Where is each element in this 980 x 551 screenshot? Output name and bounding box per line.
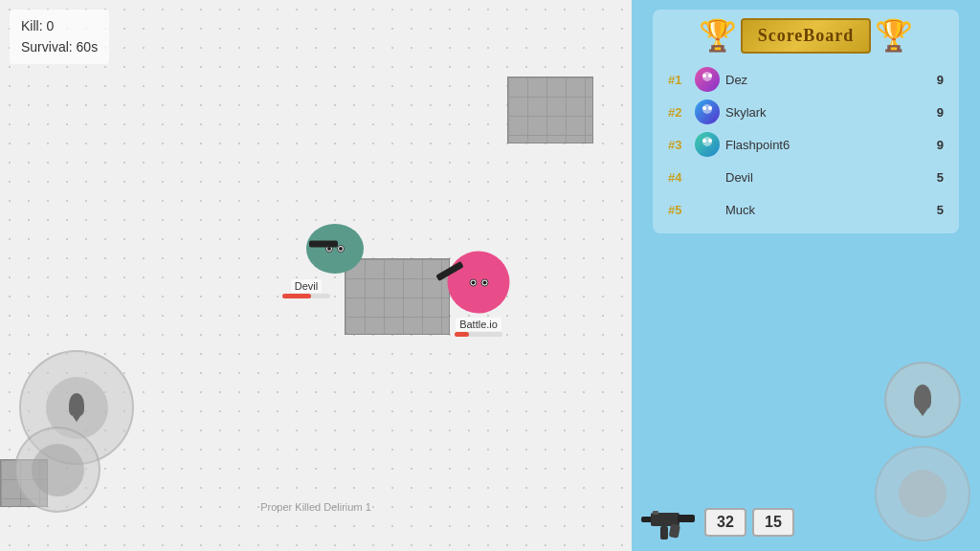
current-ammo: 32	[704, 508, 746, 537]
avatar-1	[695, 67, 720, 92]
assault-rifle-icon	[641, 503, 699, 541]
svg-point-2	[708, 74, 712, 77]
reserve-ammo: 15	[752, 508, 794, 537]
score-row-4: #4 Devil 5	[660, 161, 951, 193]
score-val-5: 5	[937, 203, 944, 217]
devil-name: Devil	[291, 279, 322, 293]
score-val-1: 9	[937, 73, 944, 87]
avatar-3	[695, 132, 720, 157]
player-name-3: Flashpoint6	[725, 138, 937, 152]
battleio-health-bg	[455, 332, 502, 337]
score-row-2: #2 Skylark 9	[660, 96, 951, 128]
score-val-2: 9	[937, 105, 944, 120]
devil-health	[282, 294, 311, 298]
rank-2: #2	[668, 105, 695, 120]
player-devil: Devil	[278, 220, 335, 298]
svg-rect-12	[678, 515, 695, 522]
trophy-right-icon: 🏆	[875, 17, 913, 54]
svg-point-5	[708, 106, 712, 110]
rank-3: #3	[668, 138, 695, 152]
svg-rect-13	[660, 526, 668, 540]
score-row-5: #5 Muck 5	[660, 193, 951, 226]
rank-1: #1	[668, 73, 695, 87]
battleio-name: Battle.io	[456, 318, 501, 331]
avatar-4	[695, 165, 720, 189]
svg-rect-10	[651, 513, 679, 526]
right-move-knob	[899, 470, 947, 518]
player-name-4: Devil	[725, 170, 937, 185]
scoreboard-banner: 🏆 ScoreBoard 🏆	[660, 17, 951, 54]
avatar-2	[695, 99, 720, 124]
stone-block-1	[507, 77, 593, 143]
weapon-area: 32 15	[641, 503, 794, 541]
devil-health-bg	[282, 294, 330, 298]
right-shoot-button[interactable]	[884, 362, 961, 438]
rank-4: #4	[668, 170, 695, 185]
player-name-1: Dez	[725, 73, 937, 87]
svg-point-4	[702, 106, 706, 110]
score-val-3: 9	[937, 138, 944, 152]
battleio-eyes	[469, 278, 488, 286]
avatar-5	[695, 197, 720, 222]
right-joysticks[interactable]	[875, 362, 970, 541]
shoot-joystick-knob	[32, 444, 84, 496]
player-battleio: Battle.io	[445, 249, 512, 337]
score-val-4: 5	[937, 170, 944, 185]
right-move-button[interactable]	[875, 446, 970, 541]
scoreboard: 🏆 ScoreBoard 🏆 #1 Dez 9 #2	[653, 10, 959, 233]
player-name-5: Muck	[725, 203, 937, 217]
svg-point-1	[702, 74, 706, 77]
battleio-health	[455, 332, 469, 337]
svg-point-8	[708, 139, 712, 143]
right-panel: 🏆 ScoreBoard 🏆 #1 Dez 9 #2	[632, 0, 980, 551]
bottom-controls: 32 15	[632, 362, 980, 541]
svg-point-7	[702, 139, 706, 143]
score-row-3: #3 Flashpoint6 9	[660, 128, 951, 161]
shoot-joystick[interactable]	[14, 427, 100, 513]
svg-rect-14	[653, 511, 658, 515]
score-row-1: #1 Dez 9	[660, 63, 951, 96]
game-area: Kill: 0Survival: 60s	[0, 0, 632, 551]
scoreboard-title: ScoreBoard	[741, 18, 872, 54]
trophy-left-icon: 🏆	[699, 17, 737, 54]
score-rows: #1 Dez 9 #2	[660, 63, 951, 226]
player-name-2: Skylark	[725, 105, 937, 120]
kill-notification: Proper Killed Delirium 1	[260, 501, 371, 513]
stone-block-2	[345, 258, 450, 335]
hud-stats: Kill: 0Survival: 60s	[10, 10, 109, 64]
rank-5: #5	[668, 203, 695, 217]
